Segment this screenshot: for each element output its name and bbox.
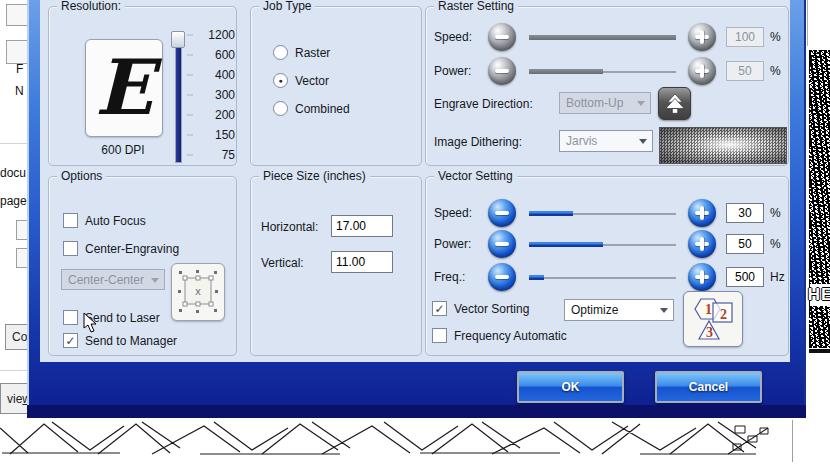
send-to-laser-checkbox[interactable] [63, 310, 78, 325]
horizontal-size-input[interactable] [331, 215, 393, 237]
center-point-icon: x [174, 266, 222, 318]
horizontal-label: Horizontal: [261, 220, 318, 234]
frequency-automatic-checkbox[interactable] [432, 328, 447, 343]
artwork-text-fragment: HE [810, 284, 830, 306]
auto-focus-label: Auto Focus [85, 214, 146, 228]
vector-speed-plus-button[interactable] [688, 199, 716, 227]
frequency-automatic-option[interactable]: Frequency Automatic [432, 328, 567, 343]
raster-power-unit: % [770, 64, 781, 78]
tick-mark [187, 114, 193, 116]
radio-combined[interactable] [273, 101, 288, 116]
raster-speed-slider-fill [529, 35, 676, 40]
bottom-up-arrow-icon [663, 92, 687, 116]
artwork-baseline [809, 349, 830, 353]
background-label-f: F [16, 62, 23, 76]
raster-power-minus-button[interactable] [488, 57, 516, 85]
engraving-artwork-preview: HE [809, 50, 830, 348]
canvas-edge [792, 420, 793, 462]
chevron-down-icon [637, 101, 645, 106]
options-group: Options Auto Focus Center-Engraving Cent… [48, 176, 237, 356]
vector-power-slider[interactable] [529, 241, 676, 248]
tick-mark [187, 74, 193, 76]
center-position-dropdown[interactable]: Center-Center [61, 269, 165, 290]
raster-speed-minus-button[interactable] [488, 23, 516, 51]
tick-row: 200 [187, 105, 235, 125]
radio-vector[interactable]: ● [273, 73, 288, 88]
background-word-page: page [0, 194, 27, 208]
auto-focus-option[interactable]: Auto Focus [63, 213, 146, 228]
vector-speed-value[interactable] [726, 203, 764, 223]
vector-freq-plus-button[interactable] [688, 263, 716, 291]
auto-focus-checkbox[interactable] [63, 213, 78, 228]
vector-setting-group-title: Vector Setting [434, 169, 517, 183]
chevron-down-icon [639, 139, 647, 144]
vector-speed-unit: % [770, 206, 781, 220]
raster-speed-slider[interactable] [529, 34, 676, 41]
ok-button[interactable]: OK [517, 371, 624, 403]
center-engraving-checkbox[interactable] [63, 241, 78, 256]
vector-power-minus-button[interactable] [488, 230, 516, 258]
tick-label: 600 [197, 48, 235, 62]
resolution-slider-fill [176, 46, 181, 162]
tick-mark [187, 134, 193, 136]
send-to-laser-option[interactable]: Send to Laser [63, 310, 160, 325]
vector-freq-value[interactable] [726, 267, 764, 287]
vector-power-plus-button[interactable] [688, 230, 716, 258]
preview-label-part: vie [7, 392, 22, 406]
vector-sorting-option[interactable]: ✓ Vector Sorting [432, 301, 529, 316]
job-type-option-raster[interactable]: Raster [273, 45, 330, 60]
vector-sorting-icon-button[interactable]: 1 2 3 [683, 291, 743, 347]
raster-power-plus-button[interactable] [688, 57, 716, 85]
tick-mark [187, 34, 193, 36]
job-type-option-combined[interactable]: Combined [273, 101, 350, 116]
sorting-mode-dropdown[interactable]: Optimize [564, 299, 674, 321]
cancel-button[interactable]: Cancel [655, 371, 762, 403]
resolution-slider-track[interactable] [175, 33, 182, 163]
vector-sorting-checkbox[interactable]: ✓ [432, 301, 447, 316]
raster-power-slider[interactable] [529, 68, 676, 75]
vector-freq-slider[interactable] [529, 274, 676, 281]
center-engraving-option[interactable]: Center-Engraving [63, 241, 179, 256]
vector-freq-unit: Hz [770, 270, 785, 284]
resolution-logo-box: E [85, 39, 163, 137]
vector-power-row: Power: % [434, 230, 781, 258]
vector-sorting-label: Vector Sorting [454, 302, 529, 316]
chevron-down-icon [660, 308, 668, 313]
piece-size-group: Piece Size (inches) Horizontal: Vertical… [250, 176, 422, 356]
raster-power-label: Power: [434, 64, 488, 78]
tick-row: 600 [187, 45, 235, 65]
vector-power-value[interactable] [726, 234, 764, 254]
image-dithering-dropdown[interactable]: Jarvis [559, 130, 653, 152]
raster-speed-plus-button[interactable] [688, 23, 716, 51]
options-group-title: Options [57, 169, 106, 183]
send-to-manager-option[interactable]: ✓ Send to Manager [63, 333, 177, 348]
job-type-group: Job Type Raster ● Vector Combined [250, 6, 422, 166]
vector-freq-slider-fill [529, 275, 544, 280]
sorting-mode-value: Optimize [571, 303, 618, 317]
tick-row: 300 [187, 85, 235, 105]
engrave-direction-icon-button[interactable] [658, 87, 691, 120]
raster-power-value[interactable] [726, 61, 764, 81]
tick-row: 1200 [187, 25, 235, 45]
tick-label: 75 [197, 148, 235, 162]
vector-speed-row: Speed: % [434, 199, 781, 227]
radio-raster[interactable] [273, 45, 288, 60]
raster-speed-label: Speed: [434, 30, 488, 44]
print-properties-dialog: Resolution: E 600 DPI 1200 600 400 300 2… [27, 0, 806, 418]
center-engraving-icon-button[interactable]: x [171, 263, 225, 321]
vector-freq-minus-button[interactable] [488, 263, 516, 291]
dpi-value-label: 600 DPI [59, 143, 187, 157]
vertical-size-input[interactable] [331, 251, 393, 273]
job-type-option-vector[interactable]: ● Vector [273, 73, 329, 88]
send-to-manager-checkbox[interactable]: ✓ [63, 333, 78, 348]
raster-power-row: Power: % [434, 57, 781, 85]
vector-speed-slider[interactable] [529, 210, 676, 217]
resolution-slider-handle[interactable] [171, 31, 185, 48]
engrave-direction-dropdown[interactable]: Bottom-Up [559, 92, 651, 114]
background-window-edge [807, 0, 808, 46]
tick-row: 400 [187, 65, 235, 85]
vector-speed-minus-button[interactable] [488, 199, 516, 227]
raster-speed-value[interactable] [726, 27, 764, 47]
image-dithering-label: Image Dithering: [434, 135, 522, 149]
sort-number-3: 3 [706, 325, 713, 340]
